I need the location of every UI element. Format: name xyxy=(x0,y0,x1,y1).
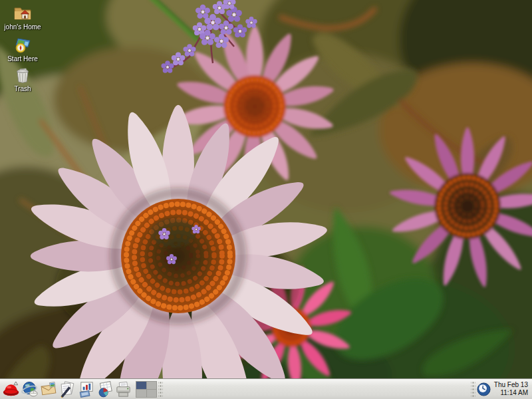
desktop-icon-label: Start Here xyxy=(7,55,38,63)
printer-icon xyxy=(114,380,132,398)
desktop-icon-start-here[interactable]: Start Here xyxy=(1,36,44,63)
web-browser-globe-icon xyxy=(21,380,39,398)
word-processor-pen-icon xyxy=(59,380,76,398)
email-envelope-icon xyxy=(40,380,58,398)
presentation-button[interactable] xyxy=(76,380,95,399)
workspace-4[interactable] xyxy=(147,390,157,397)
spreadsheet-pie-icon xyxy=(96,380,114,398)
trash-icon xyxy=(13,66,32,84)
clock-time: 11:14 AM xyxy=(494,389,528,397)
start-here-icon xyxy=(13,36,32,55)
wallpaper-coneflowers xyxy=(0,0,532,399)
clock-text: Thu Feb 13 11:14 AM xyxy=(494,381,528,397)
workspace-switcher[interactable] xyxy=(136,381,157,398)
desktop-icon-label: Trash xyxy=(14,85,31,92)
word-processor-button[interactable] xyxy=(58,380,76,399)
workspace-2[interactable] xyxy=(147,382,157,389)
workspace-1-active[interactable] xyxy=(136,382,146,389)
clock-date: Thu Feb 13 xyxy=(494,381,528,389)
clock-drag-handle[interactable] xyxy=(471,381,475,398)
home-folder-icon xyxy=(13,4,32,23)
spreadsheet-button[interactable] xyxy=(95,380,114,399)
clock-icon xyxy=(477,382,491,396)
print-manager-button[interactable] xyxy=(114,380,132,399)
applet-drag-handle[interactable] xyxy=(158,381,163,398)
main-menu-button[interactable] xyxy=(2,380,21,399)
email-button[interactable] xyxy=(39,380,58,399)
clock-applet[interactable]: Thu Feb 13 11:14 AM xyxy=(477,381,530,397)
desktop-icon-trash[interactable]: Trash xyxy=(1,66,44,92)
red-hat-menu-icon xyxy=(3,380,21,398)
bottom-panel: Thu Feb 13 11:14 AM xyxy=(0,378,532,399)
web-browser-button[interactable] xyxy=(21,380,39,399)
desktop-icon-label: john's Home xyxy=(4,23,41,31)
presentation-chart-icon xyxy=(77,380,95,398)
desktop-icon-home[interactable]: john's Home xyxy=(1,4,44,31)
workspace-3[interactable] xyxy=(136,390,146,397)
